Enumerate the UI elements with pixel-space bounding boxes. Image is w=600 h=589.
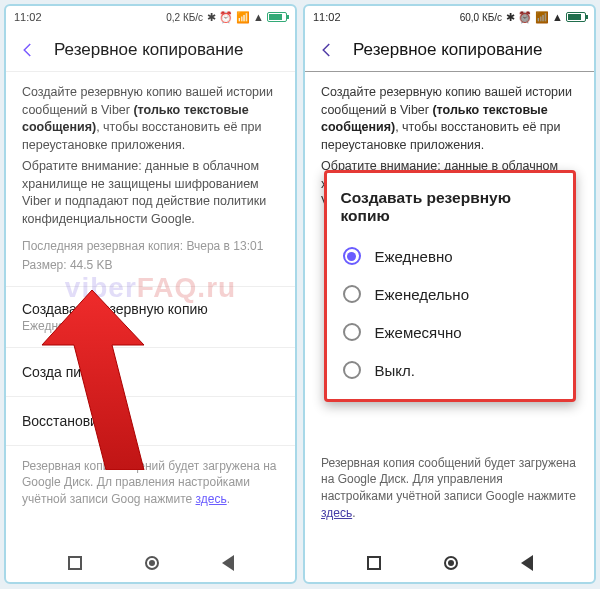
android-navbar [6,544,295,582]
backup-size-label: Размер: 44.5 KB [22,257,279,274]
backup-schedule-row[interactable]: Создавать резервную копию Ежедневно [6,286,295,347]
phone-left: 11:02 0,2 КБ/с ✱ ⏰ 📶 ▲ Резервное копиров… [4,4,297,584]
description-block: Создайте резервную копию вашей истории с… [6,72,295,286]
status-bar: 11:02 0,2 КБ/с ✱ ⏰ 📶 ▲ [6,6,295,28]
screen-header: Резервное копирование [6,28,295,72]
backup-schedule-value: Ежедневно [22,319,279,333]
status-speed: 0,2 КБ/с [166,12,203,23]
nav-back-icon[interactable] [222,555,234,571]
dialog-title: Создавать резервную копию [341,189,559,225]
alarm-icon: ⏰ [219,11,233,24]
page-title: Резервное копирование [54,40,244,60]
radio-icon [343,285,361,303]
signal-icon: 📶 [236,11,250,24]
status-right: 0,2 КБ/с ✱ ⏰ 📶 ▲ [166,11,287,24]
here-link[interactable]: здесь [196,492,227,506]
dialog-overlay: Создавать резервную копию Ежедневно Ежен… [305,6,594,582]
battery-icon [267,12,287,22]
radio-icon [343,323,361,341]
restore-row[interactable]: Восстанови [6,396,295,445]
radio-option-off[interactable]: Выкл. [341,351,559,389]
bluetooth-icon: ✱ [207,11,216,24]
phone-right: 11:02 60,0 КБ/с ✱ ⏰ 📶 ▲ Резервное копиро… [303,4,596,584]
nav-recents-icon[interactable] [68,556,82,570]
radio-icon [343,361,361,379]
back-button[interactable] [18,40,38,60]
nav-home-icon[interactable] [145,556,159,570]
wifi-icon: ▲ [253,11,264,23]
last-backup-label: Последняя резервная копия: Вчера в 13:01 [22,238,279,255]
create-backup-row[interactable]: Созда пию [6,347,295,396]
radio-option-weekly[interactable]: Еженедельно [341,275,559,313]
radio-option-monthly[interactable]: Ежемесячно [341,313,559,351]
status-time: 11:02 [14,11,42,23]
backup-frequency-dialog: Создавать резервную копию Ежедневно Ежен… [324,170,576,402]
backup-schedule-title: Создавать резервную копию [22,301,279,317]
footer-note: Резервная копия с щений будет загружена … [6,445,295,520]
radio-icon [343,247,361,265]
radio-option-daily[interactable]: Ежедневно [341,237,559,275]
